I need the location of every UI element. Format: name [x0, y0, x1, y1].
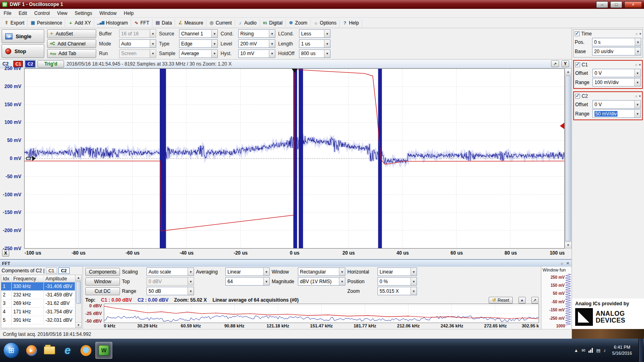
table-row[interactable]: 1 330 kHz -31.406 dBV: [1, 282, 75, 291]
toolbar-button[interactable]: ∿ FFT: [131, 19, 153, 27]
scroll-thumb[interactable]: [76, 281, 81, 304]
cond-select[interactable]: Rising: [238, 29, 275, 38]
toolbar-button[interactable]: 01 Digital: [260, 19, 286, 27]
taskbar-item-explorer[interactable]: [41, 342, 58, 359]
table-row[interactable]: 5 391 kHz -32.031 dBV: [1, 316, 75, 325]
reset-button[interactable]: Reset: [489, 297, 513, 304]
c1-offset-select[interactable]: 0 V: [592, 69, 641, 77]
table-scrollbar[interactable]: [75, 275, 81, 328]
export-fft-icon[interactable]: ↗: [531, 297, 539, 304]
menu-item[interactable]: Control: [31, 9, 54, 17]
average-count-select[interactable]: 64: [225, 277, 270, 286]
fft-close-icon[interactable]: ✕: [566, 261, 570, 265]
c2-offset-marker[interactable]: C2: [26, 156, 36, 161]
gear-icon[interactable]: ☼: [634, 94, 638, 98]
fft-plot[interactable]: [104, 304, 539, 323]
averaging-select[interactable]: Linear: [225, 267, 270, 276]
single-button[interactable]: Single: [2, 29, 44, 43]
tray-expand-icon[interactable]: ▲: [574, 348, 578, 353]
time-base-select[interactable]: 20 us/div: [592, 47, 641, 56]
fft-tab-c2[interactable]: C2: [58, 267, 70, 274]
taskbar-item-waveforms[interactable]: [95, 342, 112, 359]
table-row[interactable]: 3 269 kHz -31.62 dBV: [1, 299, 75, 308]
toolbar-button[interactable]: ? Help: [340, 19, 362, 27]
time-position-select[interactable]: 0 s: [592, 38, 641, 46]
toolbar-button[interactable]: ∠ Measure: [175, 19, 206, 27]
fft-tab-c1[interactable]: C1: [46, 267, 57, 274]
minimize-button[interactable]: –: [596, 1, 608, 8]
tray-message-icon[interactable]: ✉: [582, 348, 585, 353]
hyst-select[interactable]: 10 mV: [238, 49, 275, 58]
level-select[interactable]: 200 mV: [238, 39, 275, 48]
run-select[interactable]: Screen: [119, 49, 156, 58]
table-row[interactable]: 4 171 kHz -31.754 dBV: [1, 308, 75, 316]
c2-checkbox[interactable]: [575, 94, 580, 99]
start-button[interactable]: [3, 342, 19, 358]
menu-item[interactable]: View: [54, 9, 71, 17]
toolbar-button[interactable]: ⇧ Export: [1, 19, 28, 27]
c1-checkbox[interactable]: [575, 62, 580, 67]
menu-item[interactable]: Help: [120, 9, 138, 17]
lcond-select[interactable]: Less: [299, 29, 330, 38]
trigger-level-marker[interactable]: [560, 123, 564, 129]
scroll-up-icon[interactable]: [565, 69, 571, 75]
magnitude-select[interactable]: dBV (1V RMS): [298, 277, 345, 286]
scope-scrollbar[interactable]: [565, 68, 572, 249]
window-button[interactable]: Window: [85, 278, 120, 286]
table-row[interactable]: 2 232 kHz -31.459 dBV: [1, 291, 75, 299]
scroll-down-icon[interactable]: [565, 242, 571, 248]
export-view-icon[interactable]: ↗: [551, 60, 559, 67]
channel2-toggle[interactable]: C2: [25, 61, 35, 67]
taskbar-clock[interactable]: 6:41 PM 5/16/2016: [609, 344, 635, 356]
c2-range-select[interactable]: 50 mV/div: [592, 109, 641, 118]
taskbar-item-media-player[interactable]: [23, 342, 40, 359]
mode-select[interactable]: Auto: [119, 39, 156, 48]
chevron-down-icon[interactable]: ▾: [639, 63, 641, 67]
scroll-thumb[interactable]: [566, 76, 571, 241]
c2-offset-select[interactable]: 0 V: [592, 100, 641, 109]
zoom-select[interactable]: 55.015 X: [378, 287, 417, 295]
collapse-icon[interactable]: ▲: [518, 297, 526, 304]
maximize-button[interactable]: □: [610, 1, 622, 8]
taskbar-item-internet-explorer[interactable]: e: [59, 342, 76, 359]
volume-icon[interactable]: ♪: [604, 348, 606, 353]
position-select[interactable]: 0 %: [378, 277, 417, 286]
chevron-down-icon[interactable]: ▾: [639, 94, 641, 98]
cutdc-button[interactable]: Cut DC: [85, 287, 120, 295]
fft-settings-icon[interactable]: ☼: [560, 261, 564, 265]
taskbar-item-firefox[interactable]: [77, 342, 94, 359]
holdoff-select[interactable]: 800 us: [299, 49, 330, 58]
time-checkbox[interactable]: [575, 31, 580, 36]
toolbar-button[interactable]: ♪ Audio: [235, 19, 260, 27]
scope-plot[interactable]: C2: [24, 68, 565, 249]
add-tab-button[interactable]: Add Tab: [47, 49, 96, 58]
c1-range-select[interactable]: 100 mV/div: [592, 78, 641, 86]
menu-item[interactable]: File: [0, 9, 15, 17]
toolbar-button[interactable]: ▦ Persistence: [28, 19, 66, 27]
gear-icon[interactable]: ☼: [634, 63, 638, 67]
scaling-select[interactable]: Auto scale: [147, 267, 194, 276]
network-icon[interactable]: [588, 348, 593, 353]
sample-select[interactable]: Average: [179, 49, 218, 58]
menu-item[interactable]: Edit: [15, 9, 31, 17]
window-select[interactable]: Rectangular: [298, 267, 345, 276]
menu-item[interactable]: Settings: [71, 9, 96, 17]
add-channel-button[interactable]: Add Channel: [47, 39, 96, 48]
horizontal-select[interactable]: Linear: [378, 267, 417, 276]
toolbar-button[interactable]: ▁▄▇ Histogram: [94, 19, 131, 27]
toolbar-button[interactable]: ▤ Data: [153, 19, 175, 27]
source-select[interactable]: Channel 1: [179, 29, 218, 38]
range-select[interactable]: 50 dB: [147, 287, 194, 295]
chevron-down-icon[interactable]: ▾: [639, 32, 641, 36]
autoset-button[interactable]: AutoSet: [47, 29, 96, 38]
show-desktop-button[interactable]: [638, 339, 643, 362]
toolbar-button[interactable]: ⊕ Zoom: [286, 19, 311, 27]
type-select[interactable]: Edge: [179, 39, 218, 48]
menu-item[interactable]: Window: [96, 9, 120, 17]
components-button[interactable]: Components: [85, 268, 120, 276]
toolbar-button[interactable]: + Add XY: [65, 19, 94, 27]
stop-button[interactable]: Stop: [2, 44, 44, 58]
scroll-up-icon[interactable]: [76, 275, 81, 281]
close-button[interactable]: ×: [624, 1, 642, 8]
top-select[interactable]: 0 dBV: [147, 277, 194, 286]
